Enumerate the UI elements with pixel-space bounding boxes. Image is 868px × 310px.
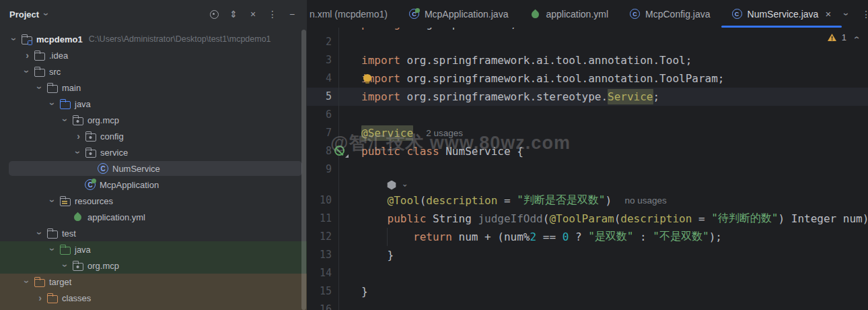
chevron-down-icon[interactable]: ›	[22, 277, 32, 286]
chevron-right-icon[interactable]: ›	[35, 293, 45, 303]
collapse-all-button[interactable]: ×	[248, 9, 258, 20]
tree-item-java[interactable]: › java	[0, 96, 307, 112]
chevron-right-icon[interactable]: ›	[22, 51, 32, 60]
tree-item-config[interactable]: › config	[0, 128, 307, 144]
chevron-down-icon[interactable]: ›	[73, 148, 83, 157]
tree-item-src[interactable]: › src	[0, 63, 307, 80]
tree-item-application-yml[interactable]: › application.yml	[0, 209, 307, 225]
chevron-down-icon[interactable]: ›	[9, 34, 20, 44]
project-tree-scrollbar[interactable]	[301, 30, 306, 310]
inspections-widget[interactable]: 1 ›	[827, 32, 861, 42]
project-folder-icon	[21, 34, 32, 45]
line-number: 10	[307, 191, 332, 210]
tree-item-label: org.mcp	[87, 115, 119, 125]
code-line: 16	[307, 301, 868, 310]
tab-label: McpApplication.java	[425, 9, 509, 20]
tree-item-numservice[interactable]: › NumService	[0, 160, 307, 177]
locate-file-button[interactable]	[209, 9, 219, 20]
code-line: 3 import org.springframework.ai.tool.ann…	[307, 51, 868, 69]
tab-pom-xml[interactable]: n.xml (mcpdemo1)	[308, 0, 398, 28]
tab-mcpconfig-java[interactable]: McpConfig.java	[619, 0, 721, 28]
locate-icon	[210, 10, 219, 19]
tree-item-test[interactable]: › test	[0, 225, 307, 241]
tree-item-label: classes	[62, 293, 91, 303]
code-line: 2	[307, 33, 868, 51]
excluded-folder-icon	[34, 276, 45, 288]
tree-item-label: test	[62, 228, 76, 239]
expand-collapse-button[interactable]: ⇕	[228, 9, 239, 20]
tree-item-label: java	[75, 99, 91, 109]
warning-icon	[827, 33, 837, 42]
usages-hint: no usages	[624, 195, 666, 206]
ai-assistant-icon[interactable]	[387, 181, 396, 190]
chevron-down-icon[interactable]: ›	[22, 67, 32, 76]
tree-item-resources[interactable]: › resources	[0, 193, 307, 209]
spring-leaf-icon	[530, 9, 540, 20]
tree-item-mcpdemo1[interactable]: › mcpdemo1 C:\Users\Administrator\Deskto…	[0, 31, 307, 47]
editor-area: n.xml (mcpdemo1) McpApplication.java app…	[307, 0, 868, 310]
intention-bulb-icon[interactable]	[363, 74, 371, 82]
spring-boot-class-icon	[409, 9, 419, 19]
tab-mcpapplication-java[interactable]: McpApplication.java	[398, 0, 519, 28]
package-icon	[72, 260, 83, 272]
code-line: 12 return num + (num%2 == 0 ? "是双数" : "不…	[307, 228, 868, 246]
tree-item-label: src	[49, 67, 61, 77]
line-number: 3	[307, 51, 332, 69]
tab-numservice-java[interactable]: NumService.java ×	[721, 0, 842, 28]
tree-item-test-java[interactable]: › java	[0, 241, 307, 257]
project-panel-title[interactable]: Project	[9, 9, 39, 20]
editor-options-button[interactable]: ⋮	[861, 9, 868, 20]
chevron-down-icon[interactable]: ›	[42, 9, 52, 19]
tree-item-label: java	[75, 245, 91, 255]
tree-item-main[interactable]: › main	[0, 80, 307, 96]
hidden-tabs-chevron-icon[interactable]: ›	[842, 9, 852, 19]
chevron-down-icon[interactable]: ›	[48, 245, 58, 254]
tree-item-mcpapplication[interactable]: › McpApplication	[0, 177, 307, 193]
package-icon	[72, 115, 83, 126]
line-number: 9	[307, 160, 332, 179]
chevron-right-icon[interactable]: ›	[73, 131, 83, 141]
chevron-down-icon[interactable]: ›	[61, 261, 71, 270]
code-line: 14	[307, 264, 868, 282]
chevron-down-icon[interactable]: ›	[61, 115, 71, 125]
tree-item-target[interactable]: › target	[0, 274, 307, 290]
chevron-placeholder: ›	[73, 180, 83, 189]
tab-label: NumService.java	[748, 9, 819, 20]
code-lines: 1 package org.mcp.service; 2 3 import or…	[307, 28, 868, 310]
chevron-up-icon[interactable]: ›	[851, 33, 861, 42]
close-icon[interactable]: ×	[825, 9, 831, 19]
tree-item-label: config	[100, 131, 124, 142]
resources-root-icon	[59, 195, 71, 207]
excluded-area-fill	[0, 306, 307, 310]
tab-label: application.yml	[546, 9, 608, 20]
tree-item-idea[interactable]: › .idea	[0, 47, 307, 63]
code-line: 11 public String judgeIfOdd(@ToolParam(d…	[307, 210, 868, 228]
tree-item-org-mcp[interactable]: › org.mcp	[0, 112, 307, 128]
line-number: 8	[307, 142, 332, 160]
test-sources-root-folder-icon	[59, 244, 71, 255]
tree-item-classes[interactable]: › classes	[0, 290, 307, 306]
chevron-down-icon[interactable]: ›	[400, 181, 410, 189]
tree-item-test-org-mcp[interactable]: › org.mcp	[0, 257, 307, 274]
sources-root-folder-icon	[59, 98, 71, 110]
watermark: @智汇技术 www.80wz.com	[330, 131, 571, 155]
indent-guide	[387, 228, 388, 246]
more-options-button[interactable]: ⋮	[267, 9, 278, 20]
tab-label: McpConfig.java	[645, 9, 711, 20]
chevron-down-icon[interactable]: ›	[48, 99, 58, 108]
tree-item-path: C:\Users\Administrator\Desktop\test1\mcp…	[89, 34, 271, 44]
code-editor[interactable]: 1 › @智汇技术 www.80wz.com 1 package org.mcp…	[307, 28, 868, 310]
tree-item-label: application.yml	[87, 212, 145, 222]
folder-icon	[46, 228, 58, 239]
package-icon	[85, 147, 96, 158]
chevron-down-icon[interactable]: ›	[48, 196, 58, 206]
hide-panel-button[interactable]: −	[287, 9, 297, 20]
chevron-down-icon[interactable]: ›	[35, 228, 45, 238]
chevron-down-icon[interactable]: ›	[35, 83, 45, 92]
ai-inlay-row: ›	[307, 179, 868, 191]
tab-bar-extras: › ⋮	[842, 0, 868, 28]
line-number: 12	[307, 228, 332, 246]
tree-item-service[interactable]: › service	[0, 144, 307, 160]
excluded-folder-icon	[46, 292, 58, 304]
tab-application-yml[interactable]: application.yml	[519, 0, 619, 28]
